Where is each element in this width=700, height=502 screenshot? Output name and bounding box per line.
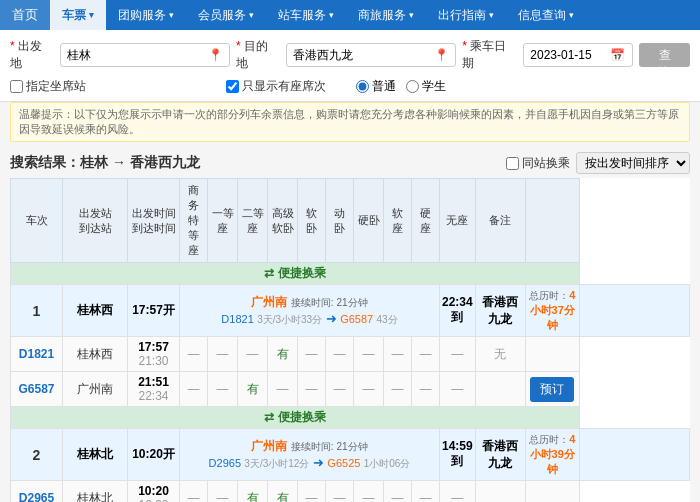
train-hardseat-cell: —	[384, 337, 412, 372]
train-time-cell: 21:51 22:34	[128, 372, 180, 407]
nav-group[interactable]: 团购服务 ▾	[106, 0, 186, 30]
train-type-cell: —	[180, 372, 208, 407]
train-hard-cell: —	[354, 337, 384, 372]
student-radio-label[interactable]: 学生	[406, 78, 446, 95]
th-noseat: 硬座	[412, 179, 440, 263]
group-duration-cell: 总历时：4小时37分钟	[525, 285, 579, 337]
train-premium-cell: 有	[268, 337, 298, 372]
result-title: 搜索结果：桂林 → 香港西九龙	[10, 154, 200, 172]
train-noseat2-cell: —	[440, 337, 476, 372]
train-first-cell: —	[208, 337, 238, 372]
train-second-cell: 有	[238, 481, 268, 503]
train-book-cell[interactable]: 预订	[525, 372, 579, 407]
result-controls: 同站换乘 按出发时间排序 按到达时间排序 按历时排序	[506, 152, 690, 174]
train-time-cell: 17:57 21:30	[128, 337, 180, 372]
sort-select[interactable]: 按出发时间排序 按到达时间排序 按历时排序	[576, 152, 690, 174]
group-summary-row: 2 桂林北 10:20开 广州南 接续时间: 21分钟 D2965 3天/3小时…	[11, 429, 690, 481]
th-move: 动卧	[326, 179, 354, 263]
train-id-cell: D2965	[11, 481, 63, 503]
calendar-icon: 📅	[610, 48, 625, 62]
nav-guide-arrow: ▾	[489, 10, 494, 20]
train-soft-cell: —	[298, 481, 326, 503]
search-button[interactable]: 查询	[639, 43, 690, 67]
train-row: D1821 桂林西 17:57 21:30 — — — 有 — — — — — …	[11, 337, 690, 372]
from-input-box[interactable]: 📍	[60, 43, 230, 67]
student-radio[interactable]	[406, 80, 419, 93]
nav-info[interactable]: 信息查询 ▾	[506, 0, 586, 30]
station-checkbox-label[interactable]: 指定坐席站	[10, 78, 86, 95]
train-second-cell: —	[238, 337, 268, 372]
date-label: * 乘车日期	[462, 38, 515, 72]
th-first: 一等座	[208, 179, 238, 263]
train-hard-cell: —	[354, 481, 384, 503]
nav-member[interactable]: 会员服务 ▾	[186, 0, 266, 30]
train-second-cell: 有	[238, 372, 268, 407]
nav-business[interactable]: 商旅服务 ▾	[346, 0, 426, 30]
date-input-box[interactable]: 📅	[523, 43, 633, 67]
group-num-cell: 2	[11, 429, 63, 481]
group-dep-cell: 桂林西	[63, 285, 128, 337]
group-duration-cell: 总历时：4小时39分钟	[525, 429, 579, 481]
th-hardseat: 软座	[384, 179, 412, 263]
th-noseat2: 无座	[440, 179, 476, 263]
train-book-cell	[525, 481, 579, 503]
site-checkbox[interactable]	[506, 157, 519, 170]
result-area: 搜索结果：桂林 → 香港西九龙 同站换乘 按出发时间排序 按到达时间排序 按历时…	[0, 148, 700, 502]
train-first-cell: —	[208, 372, 238, 407]
nav-station[interactable]: 站车服务 ▾	[266, 0, 346, 30]
to-label: * 目的地	[236, 38, 278, 72]
to-input-box[interactable]: 📍	[286, 43, 456, 67]
train-remark-cell	[475, 372, 525, 407]
nav-home[interactable]: 首页	[0, 0, 50, 30]
group-summary-row: 1 桂林西 17:57开 广州南 接续时间: 21分钟 D1821 3天/3小时…	[11, 285, 690, 337]
train-remark-cell	[475, 481, 525, 503]
date-input[interactable]	[530, 48, 610, 62]
transfer-tag: ⇄ 便捷换乘	[264, 266, 325, 280]
train-row: D2965 桂林北 10:20 13:32 — — 有 有 — — — — — …	[11, 481, 690, 503]
group-book-placeholder	[579, 429, 689, 481]
train-dep-station: 桂林北	[63, 481, 128, 503]
group-arr-cell: 22:34到	[440, 285, 476, 337]
group-mid-cell: 广州南 接续时间: 21分钟 D1821 3天/3小时33分 ➜ G6587 4…	[180, 285, 440, 337]
train-noseat2-cell: —	[440, 481, 476, 503]
book-button[interactable]: 预订	[530, 377, 574, 402]
normal-radio[interactable]	[356, 80, 369, 93]
train-noseat-cell: —	[412, 481, 440, 503]
nav-guide[interactable]: 出行指南 ▾	[426, 0, 506, 30]
train-soft-cell: —	[298, 337, 326, 372]
location-icon: 📍	[208, 48, 223, 62]
train-id-cell: D1821	[11, 337, 63, 372]
nav-group-arrow: ▾	[169, 10, 174, 20]
nav-ticket[interactable]: 车票 ▾	[50, 0, 106, 30]
nav-member-arrow: ▾	[249, 10, 254, 20]
train-move-cell: —	[326, 481, 354, 503]
seat-checkbox[interactable]	[226, 80, 239, 93]
station-checkbox[interactable]	[10, 80, 23, 93]
train-hardseat-cell: —	[384, 481, 412, 503]
transfer-tag: ⇄ 便捷换乘	[264, 410, 325, 424]
nav-station-arrow: ▾	[329, 10, 334, 20]
from-input[interactable]	[67, 48, 208, 62]
from-label: * 出发地	[10, 38, 52, 72]
th-hard: 硬卧	[354, 179, 384, 263]
th-type: 商务特等座	[180, 179, 208, 263]
th-remark: 备注	[475, 179, 525, 263]
site-checkbox-label[interactable]: 同站换乘	[506, 155, 570, 172]
train-hardseat-cell: —	[384, 372, 412, 407]
th-dep: 出发站到达站	[63, 179, 128, 263]
group-arrstation-cell: 香港西九龙	[475, 429, 525, 481]
group-book-placeholder	[579, 285, 689, 337]
train-id-cell: G6587	[11, 372, 63, 407]
train-id: D1821	[19, 347, 54, 361]
nav-info-arrow: ▾	[569, 10, 574, 20]
seat-checkbox-label[interactable]: 只显示有座席次	[226, 78, 326, 95]
train-time-cell: 10:20 13:32	[128, 481, 180, 503]
transfer-bar-row: ⇄ 便捷换乘	[11, 407, 690, 429]
group-dep-cell: 桂林北	[63, 429, 128, 481]
normal-radio-label[interactable]: 普通	[356, 78, 396, 95]
to-input[interactable]	[293, 48, 434, 62]
train-noseat-cell: —	[412, 337, 440, 372]
group-deptime-cell: 17:57开	[128, 285, 180, 337]
train-type-cell: —	[180, 337, 208, 372]
train-type-cell: —	[180, 481, 208, 503]
